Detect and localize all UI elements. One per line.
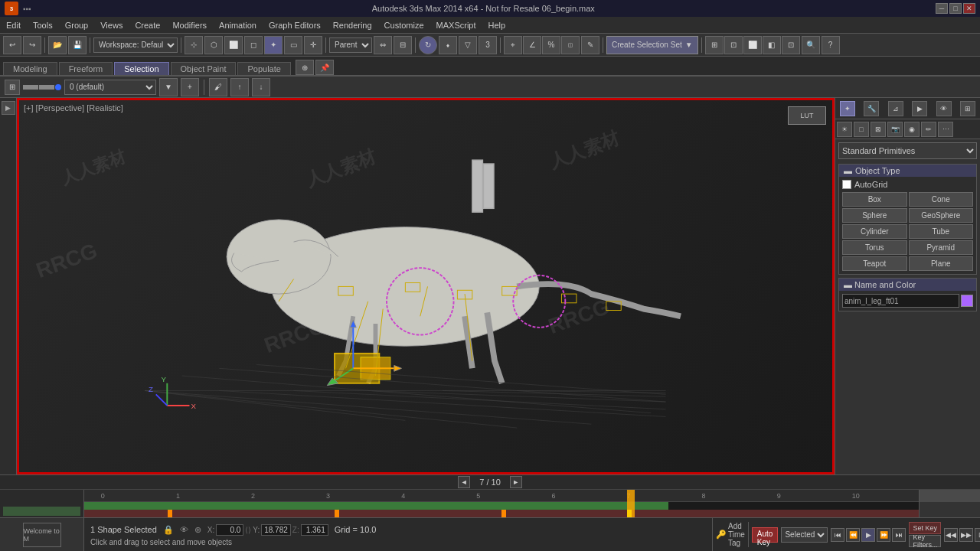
align-btn[interactable]: ⊟ [394,36,412,54]
next-frame-btn[interactable]: ⏩ [877,528,890,542]
prim-tube-btn[interactable]: Tube [909,224,974,239]
select-tool[interactable]: ⊹ [185,36,203,54]
prim-geosphere-btn[interactable]: GeoSphere [909,208,974,223]
maximize-btn[interactable]: □ [949,3,962,14]
timeline-main-track[interactable]: 0 1 2 3 4 5 6 7 8 9 10 [84,490,919,517]
primitives-select[interactable]: Standard Primitives Extended Primitives … [838,142,977,159]
pi2-mesh[interactable]: ⊠ [871,122,886,137]
rect-select[interactable]: ▭ [284,36,302,54]
selected-dropdown[interactable]: Selected [781,527,828,543]
viewport-area[interactable]: [+] [Perspective] [Realistic] 人人素材 RRCG … [17,98,835,474]
prim-torus-btn[interactable]: Torus [842,240,907,255]
panel-hierarchy-icon[interactable]: ⊿ [888,101,903,116]
paint-select-btn[interactable]: 🖌 [209,78,227,96]
menu-views[interactable]: Views [94,17,129,33]
tab-object-paint[interactable]: Object Paint [171,62,237,75]
pi2-camera[interactable]: 📷 [887,122,903,137]
misc-btn1[interactable]: ⊞ [705,36,724,54]
panel-display-icon[interactable]: 👁 [936,101,952,116]
tab-options-btn[interactable]: ⊕ [296,60,314,75]
tab-populate[interactable]: Populate [237,62,290,75]
extra-btn-2[interactable]: ▶▶ [959,528,973,542]
autogrid-checkbox[interactable] [842,180,851,189]
undo-btn[interactable]: ↩ [3,36,21,54]
layer-down-arrow[interactable]: ▼ [159,78,178,96]
reference-select[interactable]: Parent [329,37,372,53]
prim-plane-btn[interactable]: Plane [909,256,974,271]
search-btn[interactable]: 🔍 [802,36,820,54]
misc-btn3[interactable]: ⬜ [743,36,762,54]
menu-rendering[interactable]: Rendering [327,17,378,33]
open-btn[interactable]: 📂 [48,36,67,54]
menu-help[interactable]: Help [482,17,512,33]
panel-motion-icon[interactable]: ▶ [912,101,927,116]
add-layer-btn[interactable]: + [181,78,199,96]
misc-btn4[interactable]: ◧ [763,36,781,54]
timeline-track[interactable]: 0 1 2 3 4 5 6 7 8 9 10 [0,490,980,517]
prim-cylinder-btn[interactable]: Cylinder [842,224,907,239]
spinner-snap[interactable]: ⎅ [561,36,580,54]
edit-named-sel[interactable]: ✎ [581,36,599,54]
menu-graph-editors[interactable]: Graph Editors [263,17,327,33]
paint-deselect-btn[interactable]: ↑ [230,78,249,96]
pi2-sun[interactable]: ☀ [837,122,852,137]
mirror-btn[interactable]: ⇔ [374,36,392,54]
menu-tools[interactable]: Tools [27,17,59,33]
panel-create-icon[interactable]: ✦ [840,101,855,116]
menu-group[interactable]: Group [59,17,95,33]
timeline-prev-btn[interactable]: ◄ [458,476,470,488]
extra-btn-3[interactable]: ⊞ [975,528,980,542]
play-btn[interactable]: ▶ [861,528,875,542]
add-time-tag-label[interactable]: Add Time Tag [728,522,745,547]
tab-selection[interactable]: Selection [114,62,168,75]
tl-scrollbar[interactable] [920,490,980,502]
panel-modify-icon[interactable]: 🔧 [864,101,879,116]
pi2-eye[interactable]: ◉ [904,122,920,137]
misc-btn5[interactable]: ⊡ [782,36,800,54]
prim-box-btn[interactable]: Box [842,192,907,207]
timeline-next-btn[interactable]: ► [510,476,522,488]
menu-customize[interactable]: Customize [378,17,430,33]
pi2-wireframe[interactable]: □ [854,122,869,137]
select-by-name[interactable]: ✦ [264,36,283,54]
misc-btn2[interactable]: ⊡ [724,36,743,54]
help-btn[interactable]: ? [822,36,840,54]
menu-animation[interactable]: Animation [213,17,263,33]
menu-modifiers[interactable]: Modifiers [166,17,213,33]
go-start-btn[interactable]: ⏮ [831,528,844,542]
prim-teapot-btn[interactable]: Teapot [842,256,907,271]
panel-utilities-icon[interactable]: ⊞ [960,101,975,116]
move-tool[interactable]: ✛ [304,36,322,54]
scale-btn[interactable]: ⬧ [439,36,457,54]
angle-snap[interactable]: ∠ [523,36,541,54]
paint-toggle-btn[interactable]: ↓ [252,78,270,96]
redo-btn[interactable]: ↪ [23,36,41,54]
prim-pyramid-btn[interactable]: Pyramid [909,240,974,255]
select-region3[interactable]: ◻ [244,36,263,54]
select-region2[interactable]: ⬜ [224,36,243,54]
extra-btn-1[interactable]: ◀◀ [944,528,958,542]
menu-edit[interactable]: Edit [0,17,27,33]
select-region[interactable]: ⬡ [204,36,223,54]
object-name-input[interactable] [842,294,959,308]
snap-btn[interactable]: ⌖ [504,36,522,54]
viewport-nav-btn[interactable]: ▶ [2,101,15,115]
go-end-btn[interactable]: ⏭ [892,528,906,542]
color-swatch[interactable] [961,295,973,307]
percent-snap[interactable]: % [542,36,560,54]
prim-cone-btn[interactable]: Cone [909,192,974,207]
minimize-btn[interactable]: ─ [936,3,948,14]
prim-sphere-btn[interactable]: Sphere [842,208,907,223]
prev-frame-btn[interactable]: ⏪ [846,528,860,542]
pi2-more[interactable]: ⋯ [938,122,953,137]
menu-maxscript[interactable]: MAXScript [430,17,482,33]
save-btn[interactable]: 💾 [68,36,87,54]
set-key-btn[interactable]: Set Key [909,522,941,534]
auto-key-btn[interactable]: Auto Key [752,527,779,543]
close-btn[interactable]: ✕ [963,3,975,14]
key-filters-btn[interactable]: Key Filters... [909,535,941,547]
create-selection-btn[interactable]: Create Selection Set ▼ [606,36,698,54]
tab-freeform[interactable]: Freeform [59,62,113,75]
layer-select[interactable]: 0 (default) [64,80,156,95]
select-all[interactable]: 3 [479,36,497,54]
